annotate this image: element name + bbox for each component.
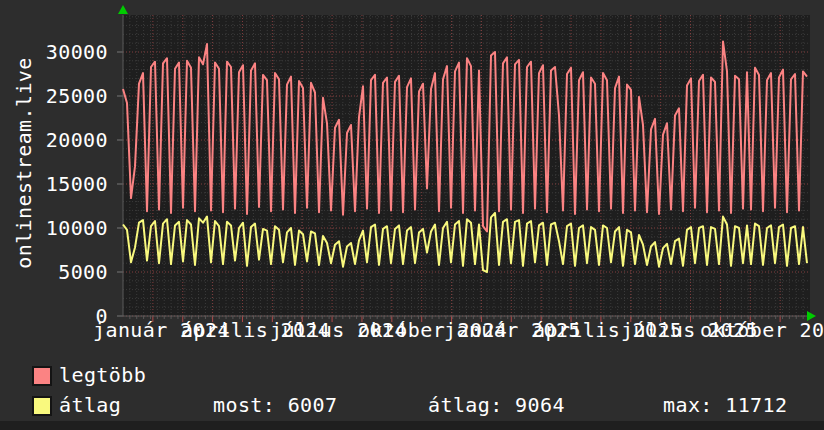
y-tick-label: 25000 [26,85,108,107]
y-tick-label: 10000 [26,217,108,239]
y-axis-arrow-icon [118,5,128,14]
atlag-swatch-icon [32,396,52,416]
y-tick-label: 30000 [26,41,108,63]
legend-row-legtobb: legtöbb [32,365,146,386]
rrd-graph: onlinestream.live 0500010000150002000025… [0,0,824,430]
x-tick-label: október 2025 [700,319,824,341]
stat-max: max: 11712 [663,395,787,416]
y-tick-label: 5000 [26,261,108,283]
bottom-border-strip [0,421,824,430]
stat-most: most: 6007 [213,395,337,416]
legend-row-atlag: átlag [32,395,121,416]
legend-label-atlag: átlag [59,395,121,416]
y-tick-label: 15000 [26,173,108,195]
stat-atlag: átlag: 9064 [428,395,565,416]
legtobb-swatch-icon [32,366,52,386]
y-tick-label: 20000 [26,129,108,151]
legend-label-legtobb: legtöbb [59,365,146,386]
